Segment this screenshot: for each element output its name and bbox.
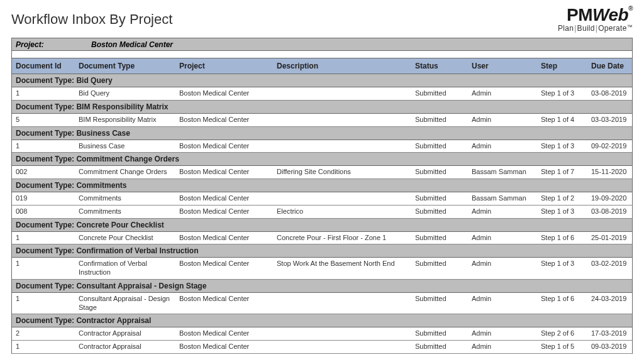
cell-document-type: Commitment Change Orders bbox=[75, 166, 175, 178]
col-document-id: Document Id bbox=[12, 58, 75, 74]
cell-project: Boston Medical Center bbox=[175, 232, 273, 244]
cell-step: Step 1 of 2 bbox=[537, 192, 587, 205]
cell-document-type: Confirmation of Verbal Instruction bbox=[75, 258, 175, 279]
cell-step: Step 1 of 6 bbox=[537, 232, 587, 244]
cell-document-type: Bid Query bbox=[75, 87, 175, 100]
logo-tm: ™ bbox=[627, 24, 633, 30]
cell-document-type: Commitments bbox=[75, 192, 175, 205]
table-row: 1Concrete Pour ChecklistBoston Medical C… bbox=[12, 232, 632, 245]
cell-due-date: 19-09-2020 bbox=[587, 192, 644, 205]
cell-due-date: 09-03-2019 bbox=[587, 341, 644, 353]
cell-due-date: 03-03-2019 bbox=[587, 114, 644, 126]
cell-user: Admin bbox=[468, 258, 537, 279]
cell-step: Step 1 of 7 bbox=[537, 166, 587, 178]
col-status: Status bbox=[411, 58, 468, 74]
cell-document-id: 5 bbox=[12, 114, 75, 126]
cell-document-type: Consultant Appraisal - Design Stage bbox=[75, 293, 175, 314]
cell-user: Admin bbox=[468, 140, 537, 153]
group-header: Document Type: Business Case bbox=[12, 127, 632, 140]
cell-status: Submitted bbox=[411, 293, 468, 314]
cell-user: Admin bbox=[468, 232, 537, 244]
group-header: Document Type: Commitments bbox=[12, 179, 632, 192]
cell-step: Step 2 of 6 bbox=[537, 327, 587, 340]
col-document-type: Document Type bbox=[75, 58, 175, 74]
cell-description bbox=[273, 114, 411, 126]
table-row: 019CommitmentsBoston Medical CenterSubmi… bbox=[12, 192, 632, 206]
cell-description bbox=[273, 192, 411, 205]
col-project: Project bbox=[175, 58, 273, 74]
cell-description: Concrete Pour - First Floor - Zone 1 bbox=[273, 232, 411, 244]
cell-document-id: 1 bbox=[12, 140, 75, 153]
cell-due-date: 15-11-2020 bbox=[587, 166, 644, 178]
table-row: 1Confirmation of Verbal InstructionBosto… bbox=[12, 258, 632, 280]
cell-description bbox=[273, 87, 411, 100]
cell-description: Electrico bbox=[273, 206, 411, 218]
cell-due-date: 03-08-2019 bbox=[587, 87, 644, 100]
cell-document-id: 1 bbox=[12, 293, 75, 314]
table-row: 1Bid QueryBoston Medical CenterSubmitted… bbox=[12, 87, 632, 101]
cell-due-date: 03-08-2019 bbox=[587, 206, 644, 218]
col-user: User bbox=[468, 58, 537, 74]
page-title: Workflow Inbox By Project bbox=[11, 11, 172, 28]
logo-tag-operate: Operate bbox=[598, 24, 626, 33]
project-value: Boston Medical Center bbox=[91, 40, 173, 49]
cell-status: Submitted bbox=[411, 114, 468, 126]
cell-document-type: Commitments bbox=[75, 206, 175, 218]
cell-project: Boston Medical Center bbox=[175, 206, 273, 218]
column-headers: Document Id Document Type Project Descri… bbox=[12, 58, 632, 74]
brand-logo: PMWeb® Plan|Build|Operate™ bbox=[558, 5, 633, 33]
cell-document-id: 1 bbox=[12, 341, 75, 353]
cell-description bbox=[273, 140, 411, 153]
table-row: 002Commitment Change OrdersBoston Medica… bbox=[12, 166, 632, 179]
group-header: Document Type: Contractor Appraisal bbox=[12, 314, 632, 327]
group-header: Document Type: Commitment Change Orders bbox=[12, 153, 632, 166]
cell-document-id: 1 bbox=[12, 258, 75, 279]
cell-step: Step 1 of 4 bbox=[537, 114, 587, 126]
col-description: Description bbox=[273, 58, 411, 74]
cell-user: Admin bbox=[468, 293, 537, 314]
cell-project: Boston Medical Center bbox=[175, 293, 273, 314]
logo-eb: eb bbox=[608, 5, 628, 25]
group-header: Document Type: Concrete Pour Checklist bbox=[12, 219, 632, 232]
cell-document-id: 008 bbox=[12, 206, 75, 218]
cell-document-type: Contractor Appraisal bbox=[75, 341, 175, 353]
cell-description bbox=[273, 341, 411, 353]
cell-project: Boston Medical Center bbox=[175, 192, 273, 205]
project-label: Project: bbox=[16, 40, 91, 49]
logo-tag-plan: Plan bbox=[558, 24, 574, 33]
cell-project: Boston Medical Center bbox=[175, 140, 273, 153]
cell-project: Boston Medical Center bbox=[175, 87, 273, 100]
cell-description: Stop Work At the Basement North End bbox=[273, 258, 411, 279]
cell-step: Step 1 of 5 bbox=[537, 341, 587, 353]
cell-user: Admin bbox=[468, 327, 537, 340]
cell-user: Bassam Samman bbox=[468, 166, 537, 178]
cell-user: Bassam Samman bbox=[468, 192, 537, 205]
group-header: Document Type: BIM Responsibility Matrix bbox=[12, 101, 632, 114]
cell-status: Submitted bbox=[411, 87, 468, 100]
cell-status: Submitted bbox=[411, 258, 468, 279]
table-row: 1Business CaseBoston Medical CenterSubmi… bbox=[12, 140, 632, 153]
group-header: Document Type: Confirmation of Verbal In… bbox=[12, 244, 632, 258]
col-due-date: Due Date bbox=[587, 58, 644, 74]
cell-project: Boston Medical Center bbox=[175, 258, 273, 279]
cell-status: Submitted bbox=[411, 192, 468, 205]
cell-description bbox=[273, 293, 411, 314]
cell-user: Admin bbox=[468, 87, 537, 100]
logo-tag-build: Build bbox=[577, 24, 595, 33]
cell-user: Admin bbox=[468, 206, 537, 218]
cell-document-type: Business Case bbox=[75, 140, 175, 153]
logo-registered: ® bbox=[628, 5, 633, 12]
cell-project: Boston Medical Center bbox=[175, 114, 273, 126]
cell-status: Submitted bbox=[411, 232, 468, 244]
cell-user: Admin bbox=[468, 114, 537, 126]
project-bar: Project: Boston Medical Center bbox=[12, 38, 632, 51]
cell-step: Step 1 of 3 bbox=[537, 206, 587, 218]
cell-step: Step 1 of 3 bbox=[537, 258, 587, 279]
cell-document-id: 1 bbox=[12, 232, 75, 244]
cell-status: Submitted bbox=[411, 166, 468, 178]
cell-document-type: Concrete Pour Checklist bbox=[75, 232, 175, 244]
cell-document-id: 1 bbox=[12, 87, 75, 100]
cell-user: Admin bbox=[468, 341, 537, 353]
logo-pm: PM bbox=[567, 5, 592, 25]
cell-due-date: 25-01-2019 bbox=[587, 232, 644, 244]
